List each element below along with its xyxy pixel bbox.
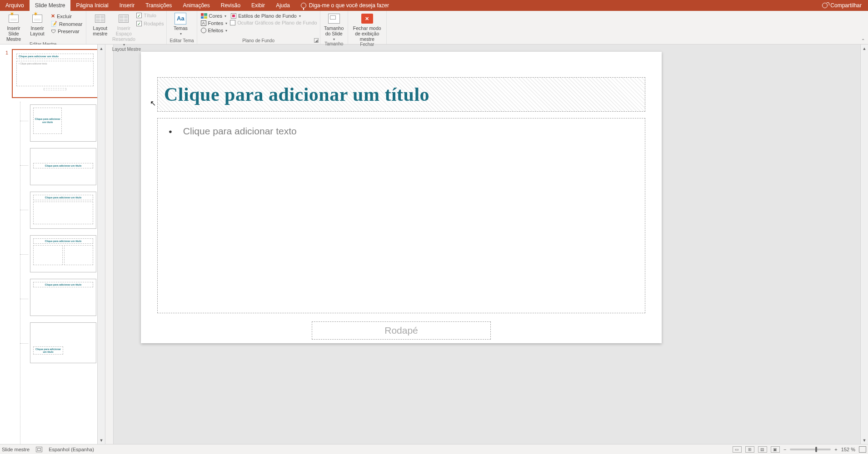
thumb-title: Clique para adicionar um título — [33, 163, 93, 168]
master-index: 1 — [5, 50, 8, 55]
canvas-viewport[interactable]: Clique para adicionar um título Clique p… — [114, 44, 860, 444]
title-placeholder[interactable]: Clique para adicionar um título — [157, 77, 645, 112]
thumbnail-panel: 1 Clique para adicionar um título • Cliq… — [0, 44, 105, 444]
ribbon: Inserir Slide Mestre Inserir Layout ✕Exc… — [0, 11, 868, 44]
thumb-title: Clique para adicionar um título — [33, 346, 63, 355]
label: Ocultar Gráficos de Plano de Fundo — [237, 20, 317, 25]
renomear-button[interactable]: 📝Renomear — [50, 20, 83, 27]
thumb-body — [33, 202, 93, 224]
reading-view-button[interactable]: ▤ — [758, 446, 767, 453]
layout-thumbnail-6[interactable]: Clique para adicionar um título — [30, 322, 96, 363]
status-language[interactable]: Espanhol (Espanha) — [49, 447, 94, 452]
zoom-out-button[interactable]: − — [783, 447, 786, 452]
share-label: Compartilhar — [830, 2, 862, 9]
estilos-plano-fundo-button[interactable]: Estilos de Plano de Fundo▾ — [230, 13, 317, 19]
scroll-track[interactable] — [861, 52, 868, 436]
inserir-espaco-reservado-button: Inserir Espaço Reservado ▾ — [113, 13, 135, 47]
label: Preservar — [58, 29, 80, 34]
slide-master-canvas[interactable]: Clique para adicionar um título Clique p… — [141, 52, 662, 343]
fit-to-window-button[interactable] — [859, 446, 866, 453]
zoom-in-button[interactable]: + — [834, 447, 837, 452]
zoom-slider[interactable] — [790, 449, 831, 450]
tab-slide-mestre[interactable]: Slide Mestre — [30, 0, 71, 11]
label: Inserir Slide Mestre — [3, 25, 25, 42]
thumb-title: Clique para adicionar um título — [33, 195, 93, 200]
normal-view-button[interactable]: ▭ — [733, 446, 742, 453]
tab-pagina-inicial[interactable]: Página Inicial — [70, 0, 114, 11]
scroll-down-button[interactable]: ▼ — [98, 436, 105, 444]
layout-thumbnail-5[interactable]: Clique para adicionar um título — [30, 279, 96, 316]
master-slide-thumbnail[interactable]: 1 Clique para adicionar um título • Cliq… — [12, 49, 98, 98]
slideshow-view-button[interactable]: ▣ — [771, 446, 780, 453]
dialog-launcher-button[interactable]: ◢ — [314, 38, 319, 43]
canvas-scrollbar[interactable]: ▲ ▼ — [860, 44, 868, 444]
chevron-down-icon: ▾ — [225, 21, 227, 25]
fontes-button[interactable]: AFontes▾ — [200, 20, 229, 26]
tab-animacoes[interactable]: Animações — [177, 0, 215, 11]
tab-inserir[interactable]: Inserir — [114, 0, 140, 11]
tab-revisao[interactable]: Revisão — [215, 0, 246, 11]
layout-thumbnail-3[interactable]: Clique para adicionar um título — [30, 192, 96, 229]
layout-mestre-button[interactable]: Layout mestre — [89, 13, 111, 36]
cores-button[interactable]: Cores▾ — [200, 13, 229, 19]
label: Cores — [209, 13, 222, 19]
excluir-button[interactable]: ✕Excluir — [50, 13, 83, 20]
body-placeholder-text: Clique para adicionar texto — [169, 126, 634, 137]
tree-connector — [20, 254, 28, 255]
thumb-col — [33, 245, 63, 265]
zoom-level[interactable]: 152 % — [841, 447, 855, 452]
thumb-title: Clique para adicionar um título — [33, 282, 93, 287]
group-tamanho: Tamanho do Slide ▾ Tamanho — [320, 11, 348, 44]
slide-size-icon — [328, 13, 340, 25]
label: Tamanho do Slide — [323, 25, 345, 36]
tab-exibir[interactable]: Exibir — [246, 0, 270, 11]
layout-icon — [31, 13, 43, 25]
body-placeholder[interactable]: Clique para adicionar texto — [157, 118, 645, 313]
scroll-up-button[interactable]: ▲ — [861, 44, 868, 52]
inserir-layout-button[interactable]: Inserir Layout — [26, 13, 48, 36]
preservar-button[interactable]: 🛡Preservar — [50, 28, 83, 35]
layout-thumbnail-2[interactable]: Clique para adicionar um título — [30, 148, 96, 185]
footer-placeholder-text: Rodapé — [384, 325, 418, 336]
temas-button[interactable]: Aa Temas ▾ — [170, 13, 191, 36]
inserir-slide-mestre-button[interactable]: Inserir Slide Mestre — [3, 13, 25, 42]
layout-thumbnail-1[interactable]: Clique para adicionar um título — [30, 104, 96, 142]
tamanho-slide-button[interactable]: Tamanho do Slide ▾ — [323, 13, 345, 41]
scroll-down-button[interactable]: ▼ — [861, 436, 868, 444]
checkbox-icon: ✓ — [136, 13, 142, 18]
share-button[interactable]: Compartilhar — [816, 0, 868, 11]
layout-thumbnail-4[interactable]: Clique para adicionar um título — [30, 235, 96, 272]
chevron-down-icon: ▾ — [225, 29, 227, 33]
thumbnail-scrollbar[interactable]: ▲ ▼ — [97, 44, 105, 444]
tab-arquivo[interactable]: Arquivo — [0, 0, 30, 11]
placeholder-icon — [118, 13, 130, 25]
fechar-modo-exibicao-mestre-button[interactable]: ✕ Fechar modo de exibição mestre — [351, 13, 384, 42]
ocultar-graficos-checkbox: Ocultar Gráficos de Plano de Fundo — [230, 20, 317, 25]
label: Inserir Layout — [26, 25, 48, 36]
colors-icon — [201, 13, 207, 19]
tell-me-search[interactable]: Diga-me o que você deseja fazer — [295, 0, 394, 11]
footer-placeholder[interactable]: Rodapé — [312, 321, 491, 340]
thumb-body: • Clique para adicionar texto — [16, 61, 94, 86]
chevron-down-icon: ▾ — [333, 37, 335, 41]
slide-master-icon — [8, 13, 20, 25]
thumb-title: Clique para adicionar um título — [16, 54, 94, 59]
slide-sorter-view-button[interactable]: ⊞ — [745, 446, 754, 453]
scroll-up-button[interactable]: ▲ — [98, 44, 105, 52]
efeitos-button[interactable]: Efeitos▾ — [200, 27, 229, 34]
tab-bar: Arquivo Slide Mestre Página Inicial Inse… — [0, 0, 868, 11]
rename-icon: 📝 — [51, 21, 57, 27]
themes-icon: Aa — [175, 13, 186, 25]
group-title: Editar Tema — [170, 38, 194, 44]
tree-line — [20, 102, 20, 444]
collapse-ribbon-button[interactable]: ⌃ — [858, 11, 868, 44]
tab-ajuda[interactable]: Ajuda — [270, 0, 295, 11]
tab-transicoes[interactable]: Transições — [140, 0, 177, 11]
label: Estilos de Plano de Fundo — [238, 13, 296, 19]
label: Efeitos — [208, 28, 224, 33]
lightbulb-icon — [301, 3, 306, 8]
group-layout-mestre: Layout mestre Inserir Espaço Reservado ▾… — [86, 11, 167, 44]
label: Fechar modo de exibição mestre — [351, 25, 384, 42]
share-icon — [822, 3, 828, 8]
group-editar-tema: Aa Temas ▾ Editar Tema — [167, 11, 197, 44]
